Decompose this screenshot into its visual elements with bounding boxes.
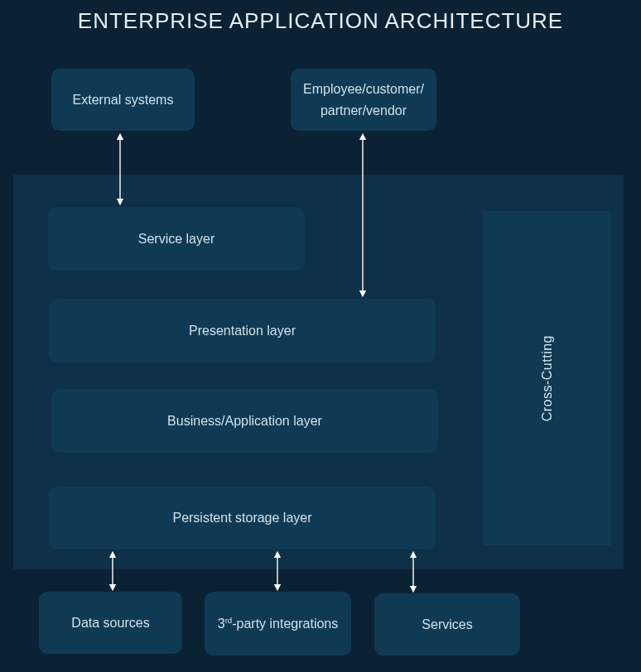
label-persistent-layer: Persistent storage layer (172, 507, 311, 529)
label-external-systems: External systems (73, 89, 174, 111)
label-presentation-layer: Presentation layer (189, 320, 296, 342)
box-external-systems: External systems (51, 69, 195, 131)
box-services: Services (374, 593, 520, 655)
label-service-layer: Service layer (138, 228, 214, 250)
label-services: Services (422, 614, 472, 636)
diagram-canvas: ENTERPRISE APPLICATION ARCHITECTURE Exte… (0, 0, 641, 672)
diagram-title: ENTERPRISE APPLICATION ARCHITECTURE (0, 8, 641, 34)
box-cross-cutting: Cross-Cutting (483, 211, 611, 545)
box-data-sources: Data sources (39, 592, 182, 654)
label-users: Employee/customer/ partner/vendor (303, 79, 424, 121)
box-business-layer: Business/Application layer (51, 389, 438, 453)
box-service-layer: Service layer (48, 207, 305, 271)
label-third-party: 3rd-party integrations (218, 613, 339, 635)
box-presentation-layer: Presentation layer (49, 299, 436, 362)
label-business-layer: Business/Application layer (167, 410, 322, 432)
box-users: Employee/customer/ partner/vendor (291, 69, 436, 131)
label-data-sources: Data sources (71, 612, 149, 634)
box-persistent-layer: Persistent storage layer (49, 487, 436, 550)
label-cross-cutting: Cross-Cutting (540, 335, 555, 421)
box-third-party: 3rd-party integrations (205, 592, 351, 655)
